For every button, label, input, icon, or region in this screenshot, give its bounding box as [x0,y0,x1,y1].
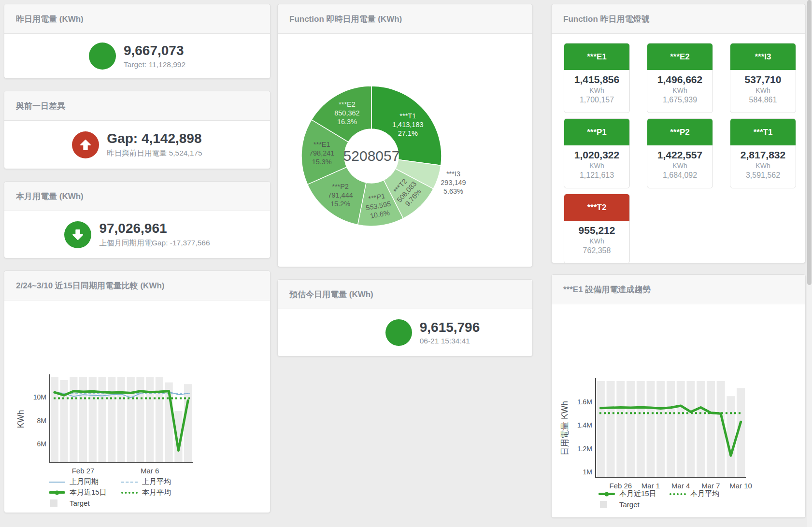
status-circle-icon [89,43,116,70]
stat-body: 9,615,796 06-21 15:34:41 [305,309,560,356]
light-tile-unit: KWh [730,162,796,170]
y-axis-title: 日用電量 KWh [560,401,570,456]
legend-item-thickline[interactable]: 本月近15日 [598,490,670,498]
x-tick-label: Mar 1 [641,482,660,490]
panel-yesterday-lights: Function 昨日用電燈號 ***E11,415,856KWh1,700,1… [551,4,806,263]
legend-label: Target [70,499,90,507]
target-bar [607,381,615,478]
down-arrow-icon [64,221,91,248]
legend-swatch-icon [121,492,138,494]
target-bar [60,380,68,463]
legend-swatch-icon [670,493,686,495]
target-bar [127,377,135,463]
light-tile-target: 762,358 [564,246,629,255]
target-bar [136,377,144,463]
target-bar [697,381,705,478]
month-usage-value: 97,026,961 [99,221,210,236]
panel-title: 本月用電量 (KWh) [4,182,270,211]
y-tick-label: 6M [37,440,46,448]
y-tick-label: 1.6M [577,398,592,406]
panel-title: ***E1 設備用電達成趨勢 [552,275,805,304]
y-tick-label: 1M [583,468,592,476]
legend-label: 本月平均 [142,488,171,497]
scrollbar-track[interactable] [807,0,812,527]
legend-label: 上月同期 [70,477,99,486]
target-bar [616,381,625,478]
forecast-value: 9,615,796 [420,320,480,335]
panel-title: 預估今日用電量 (KWh) [278,280,532,309]
panel-15day-compare: 2/24~3/10 近15日同期用電量比較 (KWh) 6M8M10MFeb 2… [4,271,271,513]
x-tick-label: Feb 27 [72,467,95,475]
panel-title: 與前一日差異 [4,91,270,121]
y-axis-title: KWh [16,410,26,428]
panel-title: Function 即時日用電量 (KWh) [278,4,532,34]
target-bar [707,381,715,478]
panel-title: 2/24~3/10 近15日同期用電量比較 (KWh) [4,271,270,300]
trend-chart[interactable]: 1M1.2M1.4M1.6MFeb 26Mar 1Mar 4Mar 7Mar 1… [552,304,806,494]
light-tile-E1: ***E11,415,856KWh1,700,157 [564,43,630,113]
light-tiles-grid: ***E11,415,856KWh1,700,157***E21,496,662… [564,34,796,264]
stat-body: 9,667,073 Target: 11,128,992 [4,34,270,78]
light-tile-value: 1,422,557 [647,149,712,161]
light-tile-target: 1,684,092 [647,171,712,180]
light-tile-header: ***I3 [730,43,796,70]
donut-slice-label: ***I3293,1495.63% [441,170,466,195]
panel-forecast: 預估今日用電量 (KWh) 9,615,796 06-21 15:34:41 [277,279,533,356]
target-bar [98,377,106,463]
panel-yesterday-usage: 昨日用電量 (KWh) 9,667,073 Target: 11,128,992 [4,4,271,79]
legend-item-square[interactable]: Target [598,500,670,509]
light-tile-value: 955,212 [564,225,629,236]
target-bar [89,377,97,463]
target-bar [79,377,87,463]
panel-title: 昨日用電量 (KWh) [4,4,270,34]
light-tile-value: 537,710 [730,74,796,85]
day-gap-subtitle: 昨日與前日用電量 5,524,175 [107,148,202,158]
light-tile-P2: ***P21,422,557KWh1,684,092 [647,118,713,188]
legend-item-dotted[interactable]: 本月平均 [670,490,741,498]
legend-item-dotted[interactable]: 本月平均 [121,488,194,497]
target-bar [146,377,154,463]
compare-legend: 上月同期上月平均本月近15日本月平均Target [49,478,194,507]
scrollbar-thumb[interactable] [807,0,812,285]
light-tile-target: 1,121,613 [564,171,629,180]
light-tile-value: 1,020,322 [564,149,629,161]
target-bar [117,377,125,463]
light-tile-unit: KWh [564,237,629,245]
legend-item-square[interactable]: Target [49,499,121,507]
light-tile-header: ***E1 [564,43,629,70]
x-tick-label: Mar 7 [701,482,720,490]
light-tile-T1: ***T12,817,832KWh3,591,562 [730,118,796,188]
target-bar [597,381,605,478]
x-tick-label: Mar 4 [671,482,690,490]
day-gap-value: Gap: 4,142,898 [107,131,202,146]
legend-item-dashed[interactable]: 上月平均 [121,478,194,486]
light-tile-E2: ***E21,496,662KWh1,675,939 [647,43,713,113]
yesterday-usage-value: 9,667,073 [124,43,185,58]
target-bar [184,384,192,463]
target-bar [156,377,163,463]
forecast-timestamp: 06-21 15:34:41 [420,337,480,345]
light-tile-P1: ***P11,020,322KWh1,121,613 [564,118,630,188]
light-tile-target: 3,591,562 [730,171,796,180]
panel-day-gap: 與前一日差異 Gap: 4,142,898 昨日與前日用電量 5,524,175 [4,91,271,169]
x-tick-label: Feb 26 [609,482,632,490]
legend-label: Target [619,500,640,509]
legend-item-line[interactable]: 上月同期 [49,478,121,486]
compare-chart[interactable]: 6M8M10MFeb 27Mar 6KWh [4,300,271,476]
target-bar [686,381,695,478]
month-usage-gap: 上個月同期用電Gap: -17,377,566 [99,238,210,248]
panel-title: Function 昨日用電燈號 [552,4,805,34]
legend-swatch-icon [121,482,138,483]
panel-month-usage: 本月用電量 (KWh) 97,026,961 上個月同期用電Gap: -17,3… [4,181,271,258]
donut-chart[interactable]: ***T11,413,18327.1%***I3293,1495.63%***T… [278,35,533,262]
light-tile-T2: ***T2955,212KWh762,358 [564,194,630,264]
legend-swatch-icon [49,491,65,494]
light-tile-header: ***P1 [564,119,629,145]
legend-label: 本月近15日 [619,489,656,499]
light-tile-unit: KWh [564,162,629,170]
light-tile-header: ***E2 [647,43,712,70]
light-tile-target: 1,675,939 [647,96,712,104]
legend-item-thickline[interactable]: 本月近15日 [49,488,121,497]
trend-legend: 本月近15日本月平均Target [598,490,741,509]
light-tile-unit: KWh [730,86,796,94]
